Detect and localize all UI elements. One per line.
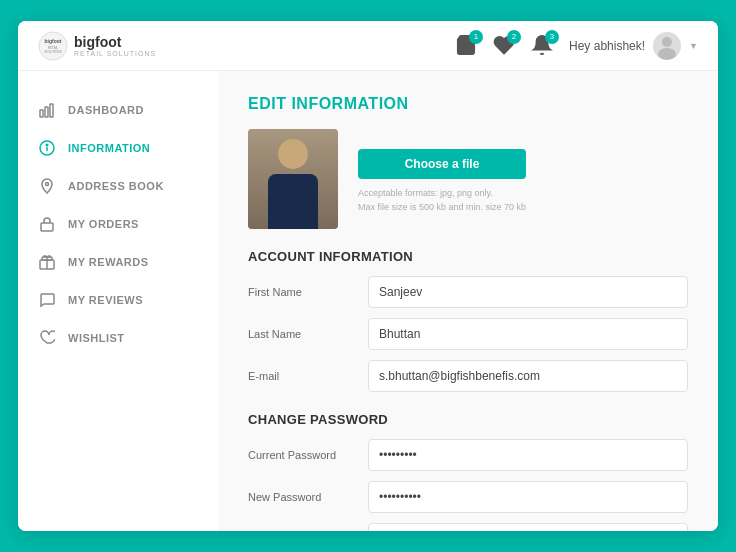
- svg-rect-14: [41, 223, 53, 231]
- dropdown-chevron-icon: ▼: [689, 41, 698, 51]
- chart-icon: [38, 101, 56, 119]
- content-area: DASHBOARD INFORMATION ADDRESS BOOK: [18, 71, 718, 531]
- current-password-row: Current Password: [248, 439, 688, 471]
- page-title: EDIT INFORMATION: [248, 95, 688, 113]
- svg-rect-7: [40, 110, 43, 117]
- logo-icon: bigfoot RETAIL SOLUTIONS: [38, 31, 68, 61]
- new-password-label: New Password: [248, 491, 368, 503]
- sidebar-label-address-book: ADDRESS BOOK: [68, 180, 164, 192]
- current-password-label: Current Password: [248, 449, 368, 461]
- profile-photo: [248, 129, 338, 229]
- person-head: [278, 139, 308, 169]
- map-icon: [38, 177, 56, 195]
- app-container: bigfoot RETAIL SOLUTIONS bigfoot RETAIL …: [18, 21, 718, 531]
- choose-file-button[interactable]: Choose a file: [358, 149, 526, 179]
- box-icon: [38, 215, 56, 233]
- file-hint: Acceptable formats: jpg, png only. Max f…: [358, 187, 526, 214]
- last-name-input[interactable]: [368, 318, 688, 350]
- photo-area: Choose a file Acceptable formats: jpg, p…: [248, 129, 688, 229]
- sidebar-label-my-rewards: MY REWARDS: [68, 256, 149, 268]
- sidebar-label-wishlist: WISHLIST: [68, 332, 125, 344]
- main-content: EDIT INFORMATION Choose a file Acceptabl…: [218, 71, 718, 531]
- header-right: 1 2 3 Hey abhishek!: [455, 32, 698, 60]
- first-name-label: First Name: [248, 286, 368, 298]
- new-password-input[interactable]: [368, 481, 688, 513]
- confirm-password-row: Confirm Password: [248, 523, 688, 531]
- photo-controls: Choose a file Acceptable formats: jpg, p…: [358, 129, 526, 214]
- wish-badge: 2: [507, 30, 521, 44]
- email-row: E-mail: [248, 360, 688, 392]
- password-section-title: CHANGE PASSWORD: [248, 412, 688, 427]
- sidebar-label-my-reviews: MY REVIEWS: [68, 294, 143, 306]
- sidebar-item-wishlist[interactable]: WISHLIST: [18, 319, 218, 357]
- account-section-title: ACCOUNT INFORMATION: [248, 249, 688, 264]
- hint-line1: Acceptable formats: jpg, png only.: [358, 187, 526, 201]
- sidebar-item-my-reviews[interactable]: MY REVIEWS: [18, 281, 218, 319]
- svg-point-12: [46, 144, 48, 146]
- user-greeting[interactable]: Hey abhishek! ▼: [569, 32, 698, 60]
- first-name-row: First Name: [248, 276, 688, 308]
- sidebar-label-my-orders: MY ORDERS: [68, 218, 139, 230]
- profile-photo-person: [248, 129, 338, 229]
- confirm-password-input[interactable]: [368, 523, 688, 531]
- sidebar-item-information[interactable]: INFORMATION: [18, 129, 218, 167]
- email-label: E-mail: [248, 370, 368, 382]
- last-name-row: Last Name: [248, 318, 688, 350]
- sidebar-item-my-rewards[interactable]: MY REWARDS: [18, 243, 218, 281]
- last-name-label: Last Name: [248, 328, 368, 340]
- svg-rect-8: [45, 107, 48, 117]
- svg-point-6: [658, 48, 676, 60]
- header: bigfoot RETAIL SOLUTIONS bigfoot RETAIL …: [18, 21, 718, 71]
- current-password-input[interactable]: [368, 439, 688, 471]
- notification-badge: 3: [545, 30, 559, 44]
- svg-text:SOLUTIONS: SOLUTIONS: [44, 50, 61, 54]
- sidebar-label-information: INFORMATION: [68, 142, 150, 154]
- password-section: CHANGE PASSWORD Current Password New Pas…: [248, 412, 688, 531]
- email-input[interactable]: [368, 360, 688, 392]
- svg-text:bigfoot: bigfoot: [45, 38, 62, 44]
- svg-point-13: [46, 183, 49, 186]
- notification-icon-wrapper[interactable]: 3: [531, 34, 555, 58]
- cart-badge: 1: [469, 30, 483, 44]
- svg-point-5: [662, 37, 672, 47]
- first-name-input[interactable]: [368, 276, 688, 308]
- logo-area: bigfoot RETAIL SOLUTIONS bigfoot RETAIL …: [38, 31, 156, 61]
- info-icon: [38, 139, 56, 157]
- chat-icon: [38, 291, 56, 309]
- person-body: [268, 174, 318, 229]
- heart-icon: [38, 329, 56, 347]
- sidebar-label-dashboard: DASHBOARD: [68, 104, 144, 116]
- new-password-row: New Password: [248, 481, 688, 513]
- greeting-text: Hey abhishek!: [569, 39, 645, 53]
- account-section: ACCOUNT INFORMATION First Name Last Name…: [248, 249, 688, 392]
- sidebar-item-dashboard[interactable]: DASHBOARD: [18, 91, 218, 129]
- logo-text: bigfoot RETAIL SOLUTIONS: [74, 34, 156, 57]
- sidebar-item-address-book[interactable]: ADDRESS BOOK: [18, 167, 218, 205]
- hint-line2: Max file size is 500 kb and min. size 70…: [358, 201, 526, 215]
- svg-rect-9: [50, 104, 53, 117]
- gift-icon: [38, 253, 56, 271]
- cart-icon-wrapper[interactable]: 1: [455, 34, 479, 58]
- wishlist-header-icon-wrapper[interactable]: 2: [493, 34, 517, 58]
- sidebar-item-my-orders[interactable]: MY ORDERS: [18, 205, 218, 243]
- user-avatar: [653, 32, 681, 60]
- sidebar: DASHBOARD INFORMATION ADDRESS BOOK: [18, 71, 218, 531]
